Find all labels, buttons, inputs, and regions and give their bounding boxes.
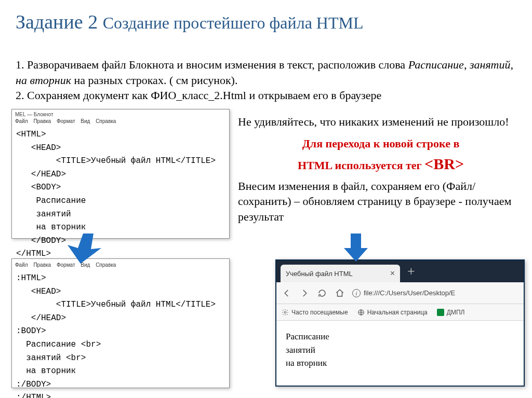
green-square-icon <box>437 309 444 316</box>
notepad-titlebar: MEL — Блокнот <box>12 109 229 118</box>
instr-line1-a: 1. Разворачиваем файл Блокнота и вносим … <box>16 58 408 71</box>
browser-toolbar: i file:///C:/Users/User/Desktop/E <box>276 282 524 304</box>
globe-icon <box>357 309 365 316</box>
menu-format: Формат <box>57 118 75 124</box>
content-line-1: Расписание <box>286 330 514 344</box>
menu-help: Справка <box>96 118 116 124</box>
bookmark-label-3: ДМПЛ <box>447 309 465 316</box>
bookmark-frequent[interactable]: Часто посещаемые <box>282 309 348 316</box>
url-text: file:///C:/Users/User/Desktop/E <box>364 289 455 297</box>
red-line2b: <BR> <box>424 155 464 172</box>
tab-title: Учебный файл HTML <box>286 270 353 278</box>
surprise-text: Не удивляйтесь, что никаких изменений не… <box>238 114 524 130</box>
browser-content: Расписание занятий на вторник <box>276 321 524 379</box>
info-icon: i <box>352 289 361 297</box>
content-line-2: занятий <box>286 344 514 357</box>
instructions-block: 1. Разворачиваем файл Блокнота и вносим … <box>16 57 514 103</box>
content-line-3: на вторник <box>286 356 514 370</box>
red-line1: Для перехода к новой строке в <box>302 137 460 150</box>
bookmark-label-1: Часто посещаемые <box>291 309 348 316</box>
bookmark-start[interactable]: Начальная страница <box>357 309 428 316</box>
menu-file-2: Файл <box>15 262 28 268</box>
gear-icon <box>282 309 289 316</box>
notepad-menu-2: Файл Правка Формат Вид Справка <box>12 259 229 270</box>
browser-tabbar: Учебный файл HTML × + <box>276 260 524 282</box>
menu-view-2: Вид <box>81 262 90 268</box>
forward-icon[interactable] <box>299 288 310 298</box>
home-icon[interactable] <box>335 288 345 298</box>
right-column: Не удивляйтесь, что никаких изменений не… <box>238 114 524 225</box>
title-prefix: Задание 2 <box>16 11 103 33</box>
svg-point-0 <box>284 311 286 313</box>
browser-window: Учебный файл HTML × + i file:///C:/Users… <box>275 259 525 387</box>
new-tab-button[interactable]: + <box>407 264 415 279</box>
bookmarks-bar: Часто посещаемые Начальная страница ДМПЛ <box>276 304 524 321</box>
menu-file: Файл <box>15 118 28 124</box>
bookmark-dmpl[interactable]: ДМПЛ <box>437 309 465 316</box>
notepad-window-1: MEL — Блокнот Файл Правка Формат Вид Спр… <box>11 109 230 239</box>
bookmark-label-2: Начальная страница <box>367 309 428 316</box>
notepad-menu: Файл Правка Формат Вид Справка <box>12 118 229 126</box>
menu-edit-2: Правка <box>33 262 51 268</box>
back-icon[interactable] <box>282 288 292 298</box>
instr-line1-b: на разных строках. ( см рисунок). <box>71 74 237 87</box>
notepad-window-2: Файл Правка Формат Вид Справка :HTML> <H… <box>11 258 230 388</box>
browser-tab[interactable]: Учебный файл HTML × <box>281 265 400 282</box>
title-main: Создание простейшего файла HTML <box>103 13 364 32</box>
instr-line2: 2. Сохраняем документ как ФИО_класс_2.Ht… <box>16 89 381 102</box>
menu-format-2: Формат <box>57 262 75 268</box>
red-line2a: HTML используется тег <box>298 159 424 172</box>
address-bar[interactable]: i file:///C:/Users/User/Desktop/E <box>352 289 518 297</box>
svg-marker-3 <box>344 234 368 262</box>
changes-text: Внесим изменения в файл, сохраняем его (… <box>238 179 524 225</box>
menu-view: Вид <box>81 118 90 124</box>
slide-title: Задание 2 Создание простейшего файла HTM… <box>16 10 364 33</box>
close-icon[interactable]: × <box>390 269 395 278</box>
notepad-content-1: <HTML> <HEAD> <TITLE>Учебный файл HTML</… <box>12 126 229 263</box>
reload-icon[interactable] <box>317 288 327 298</box>
red-note: Для перехода к новой строке в HTML испол… <box>238 135 524 175</box>
menu-help-2: Справка <box>96 262 116 268</box>
notepad-content-2: :HTML> <HEAD> <TITLE>Учебный файл HTML</… <box>12 270 229 398</box>
menu-edit: Правка <box>33 118 51 124</box>
